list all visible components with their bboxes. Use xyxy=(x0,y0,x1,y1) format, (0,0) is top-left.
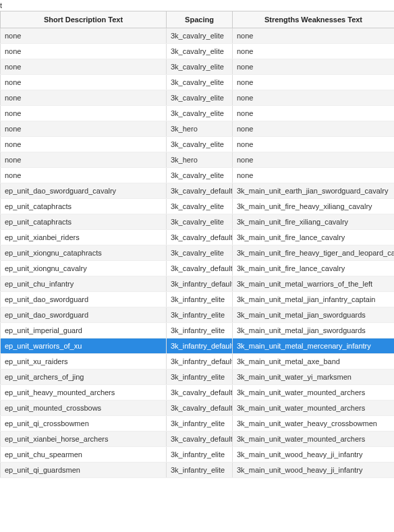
table-row[interactable]: ep_unit_qi_guardsmen3k_infantry_elite3k_… xyxy=(1,463,395,478)
cell-spacing[interactable]: 3k_infantry_elite xyxy=(167,292,233,307)
table-row[interactable]: ep_unit_imperial_guard3k_infantry_elite3… xyxy=(1,323,395,338)
cell-strengths-weaknesses[interactable]: 3k_main_unit_fire_heavy_xiliang_cavalry xyxy=(233,199,395,214)
cell-short-description[interactable]: none xyxy=(1,28,167,44)
cell-strengths-weaknesses[interactable]: 3k_main_unit_wood_heavy_ji_infantry xyxy=(233,447,395,463)
cell-strengths-weaknesses[interactable]: 3k_main_unit_water_yi_marksmen xyxy=(233,370,395,385)
table-row[interactable]: none3k_cavalry_elitenone xyxy=(1,75,395,90)
cell-strengths-weaknesses[interactable]: 3k_main_unit_water_mounted_archers xyxy=(233,401,395,416)
cell-strengths-weaknesses[interactable]: 3k_main_unit_water_heavy_crossbowmen xyxy=(233,416,395,432)
cell-short-description[interactable]: ep_unit_chu_infantry xyxy=(1,276,167,292)
cell-spacing[interactable]: 3k_infantry_default xyxy=(167,338,233,354)
cell-short-description[interactable]: ep_unit_chu_spearmen xyxy=(1,447,167,463)
cell-spacing[interactable]: 3k_infantry_elite xyxy=(167,370,233,385)
cell-short-description[interactable]: ep_unit_xianbei_horse_archers xyxy=(1,432,167,447)
cell-strengths-weaknesses[interactable]: none xyxy=(233,75,395,90)
cell-spacing[interactable]: 3k_cavalry_default xyxy=(167,183,233,199)
cell-spacing[interactable]: 3k_cavalry_default xyxy=(167,401,233,416)
cell-strengths-weaknesses[interactable]: 3k_main_unit_earth_jian_swordguard_caval… xyxy=(233,183,395,199)
cell-strengths-weaknesses[interactable]: none xyxy=(233,28,395,44)
cell-short-description[interactable]: ep_unit_qi_crossbowmen xyxy=(1,416,167,432)
cell-short-description[interactable]: none xyxy=(1,75,167,90)
table-row[interactable]: none3k_heronone xyxy=(1,152,395,168)
cell-strengths-weaknesses[interactable]: none xyxy=(233,44,395,59)
table-row[interactable]: none3k_cavalry_elitenone xyxy=(1,168,395,183)
table-row[interactable]: ep_unit_qi_crossbowmen3k_infantry_elite3… xyxy=(1,416,395,432)
cell-short-description[interactable]: ep_unit_archers_of_jing xyxy=(1,370,167,385)
cell-short-description[interactable]: ep_unit_cataphracts xyxy=(1,199,167,214)
cell-strengths-weaknesses[interactable]: 3k_main_unit_metal_axe_band xyxy=(233,354,395,370)
table-row[interactable]: ep_unit_chu_infantry3k_infantry_default3… xyxy=(1,276,395,292)
table-row[interactable]: ep_unit_cataphracts3k_cavalry_elite3k_ma… xyxy=(1,199,395,214)
table-row[interactable]: ep_unit_archers_of_jing3k_infantry_elite… xyxy=(1,370,395,385)
table-row[interactable]: ep_unit_cataphracts3k_cavalry_elite3k_ma… xyxy=(1,214,395,230)
cell-strengths-weaknesses[interactable]: 3k_main_unit_fire_lance_cavalry xyxy=(233,261,395,276)
cell-short-description[interactable]: ep_unit_xianbei_riders xyxy=(1,230,167,245)
cell-spacing[interactable]: 3k_infantry_elite xyxy=(167,416,233,432)
cell-strengths-weaknesses[interactable]: none xyxy=(233,106,395,121)
cell-strengths-weaknesses[interactable]: 3k_main_unit_wood_heavy_ji_infantry xyxy=(233,463,395,478)
cell-short-description[interactable]: ep_unit_dao_swordguard_cavalry xyxy=(1,183,167,199)
cell-short-description[interactable]: ep_unit_cataphracts xyxy=(1,214,167,230)
table-row[interactable]: none3k_cavalry_elitenone xyxy=(1,90,395,106)
cell-strengths-weaknesses[interactable]: 3k_main_unit_metal_jian_swordguards xyxy=(233,323,395,338)
cell-spacing[interactable]: 3k_infantry_elite xyxy=(167,307,233,323)
cell-spacing[interactable]: 3k_cavalry_elite xyxy=(167,168,233,183)
cell-short-description[interactable]: none xyxy=(1,152,167,168)
header-short-description[interactable]: Short Description Text xyxy=(1,11,167,28)
cell-spacing[interactable]: 3k_cavalry_elite xyxy=(167,214,233,230)
cell-short-description[interactable]: ep_unit_xiongnu_cavalry xyxy=(1,261,167,276)
cell-strengths-weaknesses[interactable]: none xyxy=(233,168,395,183)
table-row[interactable]: ep_unit_xiongnu_cavalry3k_cavalry_defaul… xyxy=(1,261,395,276)
table-row[interactable]: ep_unit_xiongnu_cataphracts3k_cavalry_el… xyxy=(1,245,395,261)
cell-spacing[interactable]: 3k_cavalry_elite xyxy=(167,90,233,106)
cell-spacing[interactable]: 3k_cavalry_elite xyxy=(167,75,233,90)
table-row[interactable]: ep_unit_xianbei_horse_archers3k_cavalry_… xyxy=(1,432,395,447)
cell-short-description[interactable]: none xyxy=(1,168,167,183)
cell-short-description[interactable]: ep_unit_mounted_crossbows xyxy=(1,401,167,416)
cell-spacing[interactable]: 3k_cavalry_default xyxy=(167,230,233,245)
table-row[interactable]: ep_unit_dao_swordguard3k_infantry_elite3… xyxy=(1,307,395,323)
table-row[interactable]: none3k_cavalry_elitenone xyxy=(1,44,395,59)
cell-strengths-weaknesses[interactable]: none xyxy=(233,152,395,168)
cell-spacing[interactable]: 3k_cavalry_elite xyxy=(167,28,233,44)
table-row[interactable]: ep_unit_dao_swordguard3k_infantry_elite3… xyxy=(1,292,395,307)
cell-short-description[interactable]: none xyxy=(1,137,167,152)
cell-strengths-weaknesses[interactable]: 3k_main_unit_metal_warriors_of_the_left xyxy=(233,276,395,292)
cell-short-description[interactable]: none xyxy=(1,90,167,106)
table-row[interactable]: none3k_cavalry_elitenone xyxy=(1,28,395,44)
cell-short-description[interactable]: ep_unit_warriors_of_xu xyxy=(1,338,167,354)
cell-spacing[interactable]: 3k_cavalry_elite xyxy=(167,199,233,214)
cell-short-description[interactable]: ep_unit_heavy_mounted_archers xyxy=(1,385,167,401)
table-row[interactable]: none3k_cavalry_elitenone xyxy=(1,106,395,121)
table-row[interactable]: ep_unit_warriors_of_xu3k_infantry_defaul… xyxy=(1,338,395,354)
cell-spacing[interactable]: 3k_cavalry_default xyxy=(167,432,233,447)
table-row[interactable]: none3k_cavalry_elitenone xyxy=(1,137,395,152)
cell-strengths-weaknesses[interactable]: 3k_main_unit_metal_jian_swordguards xyxy=(233,307,395,323)
table-row[interactable]: none3k_cavalry_elitenone xyxy=(1,59,395,75)
cell-short-description[interactable]: ep_unit_dao_swordguard xyxy=(1,307,167,323)
cell-spacing[interactable]: 3k_hero xyxy=(167,152,233,168)
cell-short-description[interactable]: ep_unit_dao_swordguard xyxy=(1,292,167,307)
header-spacing[interactable]: Spacing xyxy=(167,11,233,28)
cell-short-description[interactable]: ep_unit_xiongnu_cataphracts xyxy=(1,245,167,261)
cell-spacing[interactable]: 3k_infantry_elite xyxy=(167,447,233,463)
cell-short-description[interactable]: none xyxy=(1,59,167,75)
cell-short-description[interactable]: none xyxy=(1,106,167,121)
cell-strengths-weaknesses[interactable]: none xyxy=(233,137,395,152)
cell-short-description[interactable]: ep_unit_imperial_guard xyxy=(1,323,167,338)
table-row[interactable]: ep_unit_xu_raiders3k_infantry_default3k_… xyxy=(1,354,395,370)
table-row[interactable]: none3k_heronone xyxy=(1,121,395,137)
cell-spacing[interactable]: 3k_cavalry_elite xyxy=(167,245,233,261)
cell-strengths-weaknesses[interactable]: none xyxy=(233,121,395,137)
cell-spacing[interactable]: 3k_cavalry_elite xyxy=(167,59,233,75)
cell-spacing[interactable]: 3k_infantry_elite xyxy=(167,463,233,478)
table-row[interactable]: ep_unit_heavy_mounted_archers3k_cavalry_… xyxy=(1,385,395,401)
cell-strengths-weaknesses[interactable]: 3k_main_unit_water_mounted_archers xyxy=(233,432,395,447)
cell-strengths-weaknesses[interactable]: 3k_main_unit_water_mounted_archers xyxy=(233,385,395,401)
cell-strengths-weaknesses[interactable]: none xyxy=(233,59,395,75)
header-strengths-weaknesses[interactable]: Strengths Weaknesses Text xyxy=(233,11,395,28)
cell-spacing[interactable]: 3k_infantry_default xyxy=(167,276,233,292)
data-table[interactable]: Short Description Text Spacing Strengths… xyxy=(0,11,394,478)
cell-strengths-weaknesses[interactable]: 3k_main_unit_fire_lance_cavalry xyxy=(233,230,395,245)
table-row[interactable]: ep_unit_mounted_crossbows3k_cavalry_defa… xyxy=(1,401,395,416)
